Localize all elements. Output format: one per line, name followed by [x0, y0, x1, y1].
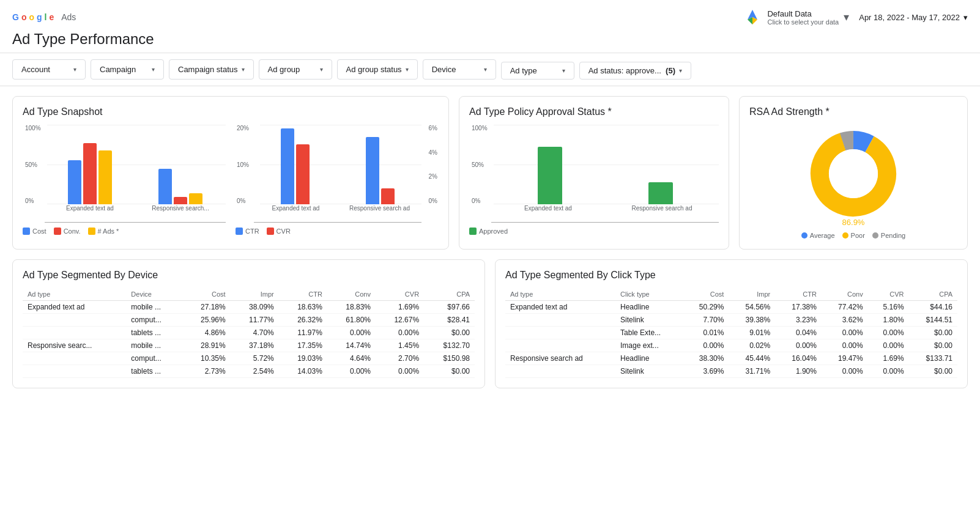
snapshot-charts: 100% 50% 0% — [23, 125, 439, 235]
table-cell: 12.67% — [376, 314, 424, 327]
y-label-50: 50% — [25, 161, 41, 168]
table-cell: $97.66 — [424, 301, 475, 314]
table-cell: Table Exte... — [615, 327, 683, 339]
table-cell: 0.00% — [868, 339, 909, 352]
table-cell: 14.03% — [279, 365, 327, 378]
table-cell: 77.42% — [822, 301, 868, 314]
table-cell: 19.03% — [279, 352, 327, 365]
legend-poor: Poor — [842, 232, 865, 239]
legend-ads: # Ads * — [88, 228, 119, 235]
filter-ad-type[interactable]: Ad type ▾ — [501, 62, 574, 80]
google-ads-logo: Google Ads — [12, 12, 76, 22]
header-right: Default Data Click to select your data ▾… — [743, 7, 968, 27]
logo-ads: Ads — [61, 12, 76, 22]
filter-ad-type-label: Ad type — [510, 66, 537, 75]
table-cell: 3.23% — [775, 314, 822, 327]
table-row: Sitelink7.70%39.38%3.23%3.62%1.80%$144.5… — [505, 314, 957, 327]
device-table-container[interactable]: Ad type Device Cost Impr CTR Conv CVR CP… — [23, 288, 475, 378]
data-source-icon — [743, 7, 762, 27]
logo-o1: o — [21, 12, 27, 22]
bar-ads-1 — [98, 150, 112, 204]
th-cvr: CVR — [376, 288, 424, 301]
table-cell: $0.00 — [909, 339, 957, 352]
table-cell: Image ext... — [615, 339, 683, 352]
table-cell: 11.77% — [231, 314, 279, 327]
x-label-exp2: Expanded text ad — [254, 205, 338, 212]
table-cell: 2.73% — [182, 365, 231, 378]
legend-approved-label: Approved — [479, 228, 508, 235]
donut-legend: Average Poor Pending — [749, 232, 957, 239]
legend-ads-icon — [88, 228, 95, 235]
th-cost-c: Cost — [683, 288, 729, 301]
table-cell: $0.00 — [424, 365, 475, 378]
filter-campaign[interactable]: Campaign ▾ — [91, 59, 164, 80]
legend-poor-label: Poor — [851, 232, 865, 239]
table-cell: 11.97% — [279, 327, 327, 339]
data-source-sub: Click to select your data — [767, 18, 839, 26]
click-table-container[interactable]: Ad type Click type Cost Impr CTR Conv CV… — [505, 288, 957, 378]
table-cell: $0.00 — [424, 327, 475, 339]
bottom-row: Ad Type Segmented By Device Ad type Devi… — [12, 259, 968, 388]
table-cell: 61.80% — [327, 314, 376, 327]
click-table: Ad type Click type Cost Impr CTR Conv CV… — [505, 288, 957, 378]
bar-ctr-1 — [281, 128, 294, 204]
table-cell: 38.30% — [683, 352, 729, 365]
th-impr: Impr — [231, 288, 279, 301]
legend-pending-icon — [872, 232, 878, 239]
x-label-expanded: Expanded text ad — [45, 205, 135, 212]
legend-poor-icon — [842, 232, 848, 239]
device-table-body: Expanded text admobile ...27.18%38.09%18… — [23, 301, 475, 378]
table-row: Expanded text admobile ...27.18%38.09%18… — [23, 301, 475, 314]
table-row: Table Exte...0.01%9.01%0.04%0.00%0.00%$0… — [505, 327, 957, 339]
table-cell: $0.00 — [909, 365, 957, 378]
table-cell: 17.38% — [775, 301, 822, 314]
legend-pending-label: Pending — [881, 232, 905, 239]
y-label-20: 20% — [237, 125, 249, 131]
table-cell: 5.16% — [868, 301, 909, 314]
logo-g2: g — [37, 12, 42, 22]
filter-ad-group-status[interactable]: Ad group status ▾ — [337, 59, 418, 80]
policy-title: Ad Type Policy Approval Status * — [469, 106, 719, 117]
x-label-resp2: Responsive search ad — [338, 205, 421, 212]
table-cell — [23, 327, 126, 339]
logo-o2: o — [29, 12, 34, 22]
table-row: tablets ...4.86%4.70%11.97%0.00%0.00%$0.… — [23, 327, 475, 339]
filter-campaign-status[interactable]: Campaign status ▾ — [169, 59, 254, 80]
filter-campaign-status-chevron: ▾ — [242, 66, 245, 73]
table-cell: 28.91% — [182, 339, 231, 352]
table-cell: 0.00% — [868, 365, 909, 378]
th-ctr-c: CTR — [775, 288, 822, 301]
filter-account[interactable]: Account ▾ — [12, 59, 86, 80]
date-range-selector[interactable]: Apr 18, 2022 - May 17, 2022 ▾ — [859, 13, 968, 22]
logo-e: e — [49, 12, 54, 22]
table-cell: 10.35% — [182, 352, 231, 365]
x-label-responsive: Responsive search... — [135, 205, 226, 212]
table-cell: 31.71% — [729, 365, 775, 378]
table-cell: 18.63% — [279, 301, 327, 314]
table-cell: 50.29% — [683, 301, 729, 314]
filter-ad-status[interactable]: Ad status: approve... (5) ▾ — [579, 62, 691, 80]
filter-device-chevron: ▾ — [484, 66, 487, 73]
table-cell: 26.32% — [279, 314, 327, 327]
table-cell: 37.18% — [231, 339, 279, 352]
table-cell: $150.98 — [424, 352, 475, 365]
legend-approved: Approved — [469, 228, 508, 235]
table-cell: 0.00% — [376, 365, 424, 378]
data-source[interactable]: Default Data Click to select your data ▾ — [743, 7, 849, 27]
table-cell: Headline — [615, 301, 683, 314]
table-cell: 9.01% — [729, 327, 775, 339]
table-row: Responsive search adHeadline38.30%45.44%… — [505, 352, 957, 365]
table-cell: 1.45% — [376, 339, 424, 352]
legend-conv-label: Conv. — [64, 228, 81, 235]
table-cell — [505, 327, 615, 339]
filter-ad-group[interactable]: Ad group ▾ — [259, 59, 332, 80]
policy-x-2: Responsive search ad — [605, 205, 719, 212]
table-cell: 39.38% — [729, 314, 775, 327]
logo-area: Google Ads — [12, 12, 76, 22]
table-cell: 2.70% — [376, 352, 424, 365]
table-cell: 1.80% — [868, 314, 909, 327]
filter-device[interactable]: Device ▾ — [423, 59, 496, 80]
table-cell — [505, 339, 615, 352]
table-cell: 17.35% — [279, 339, 327, 352]
click-card: Ad Type Segmented By Click Type Ad type … — [495, 259, 968, 388]
